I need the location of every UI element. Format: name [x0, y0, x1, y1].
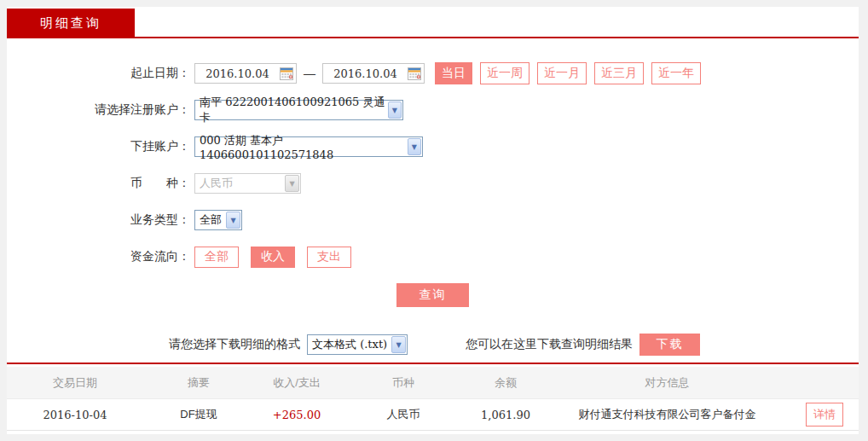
- chevron-down-icon: ▼: [226, 212, 240, 229]
- red-separator: [7, 363, 859, 364]
- fund-direction-expense-button[interactable]: 支出: [307, 247, 351, 268]
- download-button[interactable]: 下载: [639, 334, 700, 356]
- sub-account-value: 000 活期 基本户 1406600101102571848: [200, 133, 408, 161]
- query-form: 起止日期： 2016.10.04: [7, 38, 859, 356]
- chevron-down-icon: ▼: [388, 102, 402, 119]
- header-currency: 币种: [339, 375, 467, 391]
- currency-select: 人民币 ▼: [194, 173, 301, 194]
- chevron-down-icon: ▼: [408, 138, 421, 155]
- cell-summary: DF提现: [143, 407, 254, 422]
- currency-label: 币 种：: [7, 176, 190, 191]
- chevron-down-icon: ▼: [285, 175, 299, 192]
- register-account-label: 请选择注册账户：: [7, 102, 190, 118]
- header-summary: 摘要: [143, 375, 254, 391]
- start-date-value: 2016.10.04: [195, 67, 280, 80]
- sub-account-row: 下挂账户： 000 活期 基本户 1406600101102571848 ▼: [7, 136, 859, 157]
- download-hint: 您可以在这里下载查询明细结果: [466, 337, 633, 352]
- cell-trade-date: 2016-10-04: [7, 409, 143, 421]
- chevron-down-icon: ▼: [391, 336, 406, 353]
- query-button-row: 查询: [7, 283, 859, 307]
- quick-range-month-button[interactable]: 近一月: [537, 62, 587, 84]
- cell-balance: 1,061.90: [467, 409, 544, 421]
- start-date-input[interactable]: 2016.10.04: [194, 63, 297, 84]
- register-account-row: 请选择注册账户： 南平 6222001406100921065 灵通卡 ▼: [7, 100, 859, 120]
- calendar-icon[interactable]: [280, 67, 293, 80]
- calendar-icon[interactable]: [408, 67, 421, 80]
- download-format-select[interactable]: 文本格式 (.txt) ▼: [307, 334, 408, 355]
- quick-range-today-button[interactable]: 当日: [435, 62, 472, 84]
- business-type-row: 业务类型： 全部 ▼: [7, 210, 859, 230]
- currency-row: 币 种： 人民币 ▼: [7, 173, 859, 194]
- content-panel: 明细查询 起止日期： 2016.10.04: [7, 7, 859, 434]
- sub-account-label: 下挂账户：: [7, 139, 190, 154]
- query-button[interactable]: 查询: [396, 283, 469, 307]
- quick-range-week-button[interactable]: 近一周: [480, 62, 529, 84]
- quick-range-quarter-button[interactable]: 近三月: [594, 62, 644, 84]
- header-income-expense: 收入/支出: [254, 375, 339, 391]
- page: 明细查询 起止日期： 2016.10.04: [0, 0, 868, 441]
- cell-currency: 人民币: [339, 407, 467, 422]
- download-format-value: 文本格式 (.txt): [312, 337, 387, 352]
- fund-direction-label: 资金流向：: [7, 249, 190, 264]
- fund-direction-all-button[interactable]: 全部: [194, 247, 239, 268]
- currency-value: 人民币: [200, 176, 233, 191]
- business-type-value: 全部: [200, 212, 222, 228]
- end-date-input[interactable]: 2016.10.04: [322, 63, 425, 84]
- sub-account-select[interactable]: 000 活期 基本户 1406600101102571848 ▼: [194, 136, 423, 157]
- header-trade-date: 交易日期: [7, 375, 143, 391]
- cell-counterparty: 财付通支付科技有限公司客户备付金: [544, 407, 790, 422]
- header-balance: 余额: [467, 375, 544, 391]
- table-row: 2016-10-04 DF提现 +265.00 人民币 1,061.90 财付通…: [7, 399, 859, 431]
- fund-direction-income-button[interactable]: 收入: [251, 247, 295, 268]
- date-range-row: 起止日期： 2016.10.04: [7, 63, 859, 84]
- cell-amount: +265.00: [254, 409, 339, 421]
- register-account-value: 南平 6222001406100921065 灵通卡: [200, 95, 388, 125]
- business-type-label: 业务类型：: [7, 212, 190, 228]
- table-header: 交易日期 摘要 收入/支出 币种 余额 对方信息: [7, 367, 859, 399]
- fund-direction-row: 资金流向： 全部 收入 支出: [7, 247, 859, 267]
- quick-range-year-button[interactable]: 近一年: [651, 62, 701, 84]
- detail-button[interactable]: 详情: [806, 403, 843, 426]
- tab-bar: 明细查询: [7, 7, 859, 38]
- download-format-label: 请您选择下载明细的格式: [169, 337, 300, 352]
- date-range-separator: —: [304, 67, 315, 80]
- tab-detail-query[interactable]: 明细查询: [7, 9, 135, 38]
- business-type-select[interactable]: 全部 ▼: [194, 210, 242, 230]
- register-account-select[interactable]: 南平 6222001406100921065 灵通卡 ▼: [194, 100, 403, 120]
- header-counterparty: 对方信息: [544, 375, 790, 391]
- end-date-value: 2016.10.04: [323, 67, 408, 80]
- date-range-label: 起止日期：: [7, 66, 190, 81]
- download-row: 请您选择下载明细的格式 文本格式 (.txt) ▼ 您可以在这里下载查询明细结果…: [169, 334, 859, 356]
